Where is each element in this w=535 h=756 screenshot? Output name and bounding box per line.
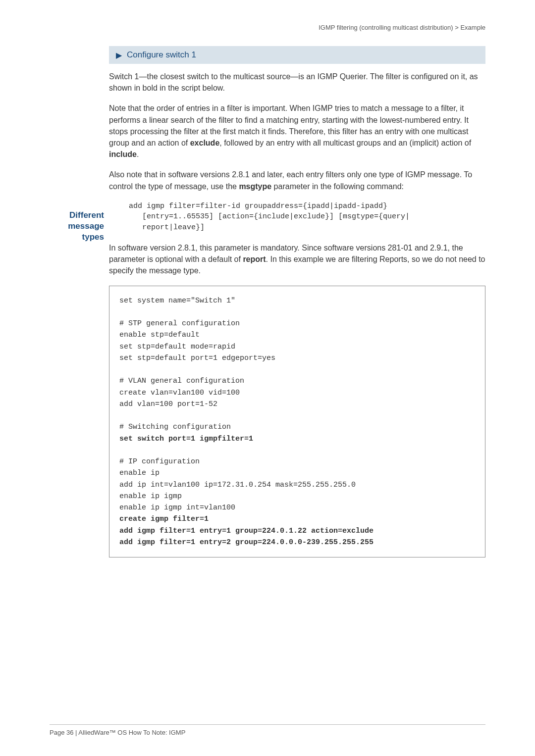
cfg-l9: create vlan=vlan100 vid=100 [119, 389, 240, 397]
side-label-different-message-types: Different message types [50, 210, 104, 243]
header-left: IGMP filtering (controlling multicast di… [319, 24, 453, 31]
page-header: IGMP filtering (controlling multicast di… [50, 24, 485, 31]
cfg-l21: add igmp filter=1 entry=1 group=224.0.1.… [119, 527, 374, 535]
code-command: add igmp filter=filter-id groupaddress={… [129, 201, 485, 233]
cfg-l12: # Switching configuration [119, 423, 231, 431]
para2-d: include [109, 150, 137, 158]
para3-b: msgtype [239, 182, 271, 191]
triangle-right-icon: ▶ [116, 50, 122, 60]
cfg-l22: add igmp filter=1 entry=2 group=224.0.0.… [119, 538, 374, 547]
config-script-box: set system name="Switch 1" # STP general… [109, 286, 485, 558]
cfg-l4: enable stp=default [119, 331, 200, 339]
cfg-l3: # STP general configuration [119, 319, 240, 328]
cfg-l6: set stp=default port=1 edgeport=yes [119, 354, 275, 362]
paragraph-report: In software version 2.8.1, this paramete… [109, 242, 485, 277]
paragraph-intro: Switch 1—the closest switch to the multi… [109, 71, 485, 94]
para2-e: . [137, 150, 139, 158]
section-heading-text: Configure switch 1 [127, 50, 196, 60]
header-right: Example [460, 24, 485, 31]
header-sep: > [453, 24, 461, 31]
cfg-l19: enable ip igmp int=vlan100 [119, 504, 235, 512]
cfg-l5: set stp=default mode=rapid [119, 343, 235, 351]
para2-c: , followed by an entry with all multicas… [219, 139, 471, 147]
cfg-l17: add ip int=vlan100 ip=172.31.0.254 mask=… [119, 481, 356, 489]
para3-c: parameter in the following command: [271, 182, 404, 191]
para2-b: exclude [190, 139, 220, 147]
cfg-l1: set system name="Switch 1" [119, 297, 235, 305]
paragraph-order: Note that the order of entries in a filt… [109, 102, 485, 160]
cfg-l20: create igmp filter=1 [119, 515, 209, 523]
cfg-l10: add vlan=100 port=1-52 [119, 400, 217, 408]
para4-b: report [243, 255, 266, 263]
section-heading-bar: ▶ Configure switch 1 [109, 46, 485, 64]
cfg-l16: enable ip [119, 469, 160, 477]
paragraph-msgtype: Also note that in software versions 2.8.… [109, 169, 485, 192]
cfg-l8: # VLAN general configuration [119, 377, 244, 385]
page-footer: Page 36 | AlliedWare™ OS How To Note: IG… [50, 724, 485, 736]
cfg-l13: set switch port=1 igmpfilter=1 [119, 435, 253, 443]
cfg-l18: enable ip igmp [119, 492, 182, 501]
cfg-l15: # IP configuration [119, 457, 200, 466]
